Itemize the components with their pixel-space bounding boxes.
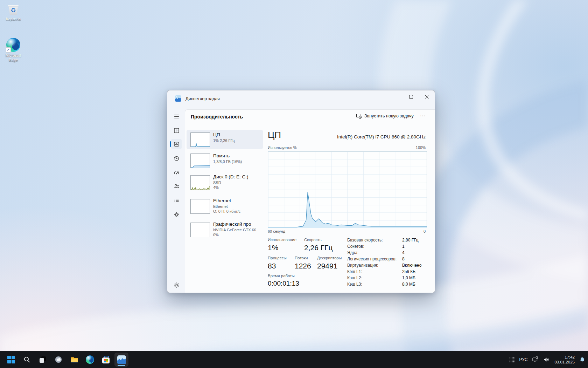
language-indicator[interactable]: РУС xyxy=(519,357,527,362)
details-icon xyxy=(174,197,180,203)
desktop-icon-label: Корзина xyxy=(1,17,26,21)
perf-item-stat: SSD xyxy=(213,180,221,185)
desktop-icon-microsoft-edge[interactable]: ↗ Microsoft Edge xyxy=(1,38,26,62)
task-manager-app-icon xyxy=(175,95,181,102)
stat-label: Время работы xyxy=(268,274,295,278)
taskbar-clock[interactable]: 17:42 03.01.2025 xyxy=(554,355,575,364)
detail-label: Кэш L3: xyxy=(347,282,362,287)
microsoft-store-icon xyxy=(102,356,110,363)
detail-label: Сокетов: xyxy=(347,244,364,249)
detail-value: 8,0 МБ xyxy=(402,282,415,287)
task-manager-window: Диспетчер задач xyxy=(167,90,435,293)
perf-item-ethernet[interactable]: Ethernet Ethernet О: 0 П: 0 кбит/с xyxy=(187,196,263,218)
file-explorer-icon xyxy=(70,356,78,364)
cpu-name: Intel(R) Core(TM) i7 CPU 860 @ 2.80GHz xyxy=(337,134,426,139)
window-title: Диспетчер задач xyxy=(186,96,220,101)
memory-mini-chart xyxy=(190,154,210,168)
perf-item-disk[interactable]: Диск 0 (D: E: C:) SSD 4% xyxy=(187,172,263,195)
run-new-task-button[interactable]: Запустить новую задачу xyxy=(355,111,415,121)
taskbar-search-button[interactable] xyxy=(20,353,34,367)
windows-start-icon xyxy=(7,356,15,363)
settings-button[interactable] xyxy=(171,280,182,290)
file-explorer-button[interactable] xyxy=(67,353,81,367)
users-icon xyxy=(174,183,180,189)
network-ethernet-icon[interactable] xyxy=(532,356,539,363)
gpu-mini-chart xyxy=(190,223,210,237)
detail-value: 8 xyxy=(402,257,405,261)
maximize-button[interactable] xyxy=(403,90,419,103)
shortcut-arrow-icon: ↗ xyxy=(6,47,11,53)
widgets-weather-icon xyxy=(55,356,62,363)
stat-value-uptime: 0:00:01:13 xyxy=(268,280,299,287)
gear-icon xyxy=(174,282,180,288)
desktop-icon-label: Microsoft Edge xyxy=(1,53,26,62)
detail-value: 256 КБ xyxy=(402,269,415,274)
close-button[interactable] xyxy=(419,90,435,103)
services-icon xyxy=(174,212,180,218)
maximize-icon xyxy=(409,95,413,99)
detail-value: 1,0 МБ xyxy=(402,275,415,280)
detail-label: Ядра: xyxy=(347,250,358,255)
task-view-button[interactable] xyxy=(36,353,50,367)
sidebar-item-app-history[interactable] xyxy=(171,153,182,164)
perf-item-cpu[interactable]: ЦП 1% 2,26 ГГц xyxy=(187,130,263,149)
perf-item-gpu[interactable]: Графический про NVIDIA GeForce GTX 66 0% xyxy=(187,219,263,242)
store-button[interactable] xyxy=(99,353,113,367)
sidebar-item-services[interactable] xyxy=(171,209,182,220)
chart-label-usage: Используется % xyxy=(268,145,297,150)
system-tray: РУС 17:42 03.01.2025 xyxy=(509,351,585,368)
app-history-icon xyxy=(174,156,180,162)
recycle-bin-icon: ♻ xyxy=(8,4,19,15)
stat-value-threads: 1226 xyxy=(295,262,311,270)
sidebar-item-performance[interactable] xyxy=(171,139,182,149)
detail-value: 1 xyxy=(402,244,405,249)
nav-menu-button[interactable] xyxy=(171,111,182,122)
sidebar-item-startup-apps[interactable] xyxy=(171,167,182,178)
disk-mini-chart xyxy=(190,175,210,190)
detail-label: Кэш L1: xyxy=(347,269,362,274)
stat-label: Скорость xyxy=(304,238,322,242)
perf-item-stat: Ethernet xyxy=(213,204,228,209)
detail-label: Виртуализация: xyxy=(347,263,378,268)
chart-label-100: 100% xyxy=(416,145,426,150)
run-new-task-label: Запустить новую задачу xyxy=(364,114,414,118)
perf-item-stat: 1,3/8,0 ГБ (16%) xyxy=(213,159,242,164)
task-manager-taskbar-button[interactable] xyxy=(114,353,128,367)
window-titlebar[interactable]: Диспетчер задач xyxy=(167,90,435,109)
taskbar: РУС 17:42 03.01.2025 xyxy=(0,351,588,368)
tray-time: 17:42 xyxy=(554,355,575,360)
perf-item-stat: 0% xyxy=(213,233,219,237)
sidebar-item-users[interactable] xyxy=(171,181,182,191)
stat-value-speed: 2,26 ГГц xyxy=(304,244,332,252)
startup-apps-icon xyxy=(174,170,180,176)
perf-item-memory[interactable]: Память 1,3/8,0 ГБ (16%) xyxy=(187,151,263,170)
stat-value-processes: 83 xyxy=(268,262,276,270)
run-new-task-icon xyxy=(356,113,362,119)
minimize-button[interactable] xyxy=(387,90,403,103)
volume-icon[interactable] xyxy=(543,356,550,363)
perf-item-name: Диск 0 (D: E: C:) xyxy=(213,174,248,179)
notifications-bell-icon[interactable] xyxy=(579,357,585,363)
desktop-icon-recycle-bin[interactable]: ♻ Корзина xyxy=(1,4,26,21)
more-options-button[interactable]: ··· xyxy=(418,111,428,121)
tray-date: 03.01.2025 xyxy=(554,360,575,364)
perf-item-stat: NVIDIA GeForce GTX 66 xyxy=(213,228,256,232)
chart-label-60s: 60 секунд xyxy=(268,229,285,233)
stat-value-usage: 1% xyxy=(268,244,278,252)
perf-item-name: Ethernet xyxy=(213,198,231,203)
widgets-button[interactable] xyxy=(51,353,65,367)
tray-overflow-icon[interactable] xyxy=(509,357,514,362)
start-button[interactable] xyxy=(4,353,18,367)
stat-label: Использование xyxy=(268,238,296,242)
stat-label: Потоки xyxy=(295,256,308,260)
performance-icon xyxy=(174,141,180,147)
sidebar-item-processes[interactable] xyxy=(171,125,182,136)
chart-label-0: 0 xyxy=(424,229,426,233)
ethernet-mini-chart xyxy=(190,199,210,214)
cpu-panel-title: ЦП xyxy=(268,130,281,141)
stat-label: Дескрипторы xyxy=(317,256,342,260)
detail-label: Базовая скорость: xyxy=(347,238,383,243)
sidebar-item-details[interactable] xyxy=(171,195,182,205)
cpu-usage-chart xyxy=(268,151,427,228)
edge-button[interactable] xyxy=(83,353,97,367)
